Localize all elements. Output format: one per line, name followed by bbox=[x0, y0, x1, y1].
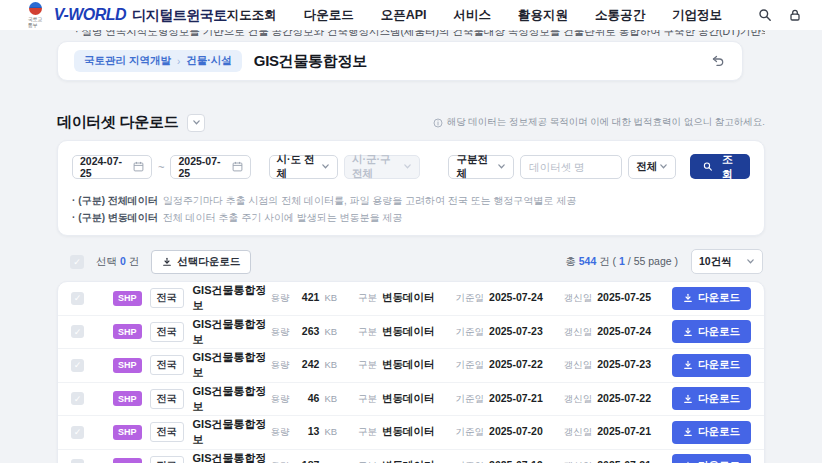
format-badge: SHP bbox=[113, 458, 142, 463]
nav-item-download[interactable]: 다운로드 bbox=[304, 7, 354, 24]
download-icon bbox=[683, 293, 693, 303]
ministry-logo[interactable]: 국토교통부 bbox=[28, 2, 44, 28]
sido-select[interactable]: 시·도 전체 bbox=[269, 155, 338, 179]
lock-icon[interactable] bbox=[788, 8, 802, 22]
dataset-title: GIS건물통합정보 bbox=[193, 283, 271, 313]
dataset-name-input[interactable] bbox=[520, 155, 622, 179]
breadcrumb[interactable]: 국토관리 지역개발 › 건물·시설 bbox=[74, 50, 242, 72]
type-cell: 구분변동데이터 bbox=[358, 392, 435, 406]
undo-arrow-icon bbox=[710, 53, 726, 69]
type-label: 구분 bbox=[358, 359, 377, 372]
chevron-down-icon bbox=[403, 162, 412, 171]
download-button[interactable]: 다운로드 bbox=[672, 387, 751, 410]
base-date-cell: 기준일2025-07-22 bbox=[456, 358, 543, 372]
update-date-label: 갱신일 bbox=[564, 292, 593, 305]
region-badge: 전국 bbox=[150, 422, 184, 442]
row-checkbox[interactable]: ✓ bbox=[71, 325, 84, 338]
download-button[interactable]: 다운로드 bbox=[672, 454, 751, 463]
chevron-down-icon bbox=[497, 162, 506, 171]
row-checkbox[interactable]: ✓ bbox=[71, 392, 84, 405]
nav-item-community[interactable]: 소통공간 bbox=[595, 7, 645, 24]
download-label: 다운로드 bbox=[698, 358, 740, 372]
bullet: · bbox=[72, 212, 75, 223]
date-from-input[interactable]: 2024-07-25 bbox=[72, 155, 152, 179]
update-date-label: 갱신일 bbox=[564, 393, 593, 406]
download-icon bbox=[683, 427, 693, 437]
update-date-value: 2025-07-25 bbox=[597, 291, 651, 303]
check-icon: ✓ bbox=[74, 293, 82, 303]
update-date-cell: 갱신일2025-07-24 bbox=[564, 325, 651, 339]
breadcrumb-card: 국토관리 지역개발 › 건물·시설 GIS건물통합정보 bbox=[57, 41, 743, 81]
check-icon: ✓ bbox=[74, 360, 82, 370]
format-badge: SHP bbox=[113, 425, 142, 440]
nav-item-services[interactable]: 서비스 bbox=[454, 7, 492, 24]
dataset-title: GIS건물통합정보 bbox=[193, 384, 271, 414]
collapse-section-button[interactable] bbox=[187, 114, 205, 132]
data-type-select[interactable]: 구분전체 bbox=[448, 155, 514, 179]
breadcrumb-subcategory[interactable]: 건물·시설 bbox=[186, 54, 232, 68]
nav-item-support[interactable]: 활용지원 bbox=[518, 7, 568, 24]
download-label: 다운로드 bbox=[698, 291, 740, 305]
nav-item-business-info[interactable]: 기업정보 bbox=[672, 7, 722, 24]
update-date-cell: 갱신일2025-07-21 bbox=[564, 459, 651, 463]
date-to-input[interactable]: 2025-07-25 bbox=[170, 155, 250, 179]
region-badge: 전국 bbox=[150, 322, 184, 342]
legal-notice-text: 해당 데이터는 정보제공 목적이며 이에 대한 법적효력이 없으니 참고하세요. bbox=[447, 116, 765, 129]
search-icon[interactable] bbox=[758, 8, 772, 22]
base-date-value: 2025-07-24 bbox=[489, 291, 543, 303]
brand-suffix: 디지털트윈국토 bbox=[132, 7, 227, 25]
nav-item-map-search[interactable]: 지도조회 bbox=[227, 7, 277, 24]
search-button[interactable]: 조회 bbox=[690, 154, 750, 179]
base-date-cell: 기준일2025-07-23 bbox=[456, 325, 543, 339]
base-date-value: 2025-07-20 bbox=[489, 425, 543, 437]
nav-item-open-api[interactable]: 오픈API bbox=[381, 7, 427, 24]
base-date-value: 2025-07-19 bbox=[489, 459, 543, 463]
type-label: 구분 bbox=[358, 292, 377, 305]
data-type-select-value: 구분전체 bbox=[456, 153, 497, 181]
type-label: 구분 bbox=[358, 393, 377, 406]
section-title: 데이터셋 다운로드 bbox=[57, 113, 178, 132]
size-value: 46 bbox=[294, 392, 319, 404]
selected-count-unit: 건 bbox=[129, 255, 140, 267]
format-select[interactable]: 전체 bbox=[628, 155, 676, 179]
search-icon bbox=[703, 161, 713, 172]
table-row: ✓ SHP 전국 GIS건물통합정보 용량187KB 구분변동데이터 기준일20… bbox=[58, 450, 764, 463]
page-size-select[interactable]: 10건씩 bbox=[691, 249, 763, 274]
format-badge: SHP bbox=[113, 358, 142, 373]
download-label: 다운로드 bbox=[698, 325, 740, 339]
region-badge: 전국 bbox=[150, 288, 184, 308]
pagination-summary: 총 544 건 ( 1 / 55 page ) bbox=[565, 255, 678, 269]
page-title: GIS건물통합정보 bbox=[254, 52, 367, 71]
type-value: 변동데이터 bbox=[382, 425, 435, 439]
size-cell: 용량187KB bbox=[270, 459, 337, 463]
table-row: ✓ SHP 전국 GIS건물통합정보 용량421KB 구분변동데이터 기준일20… bbox=[58, 282, 764, 316]
vworld-logo[interactable]: V-WORLD 디지털트윈국토 bbox=[54, 6, 227, 25]
note-full-data: ·(구분) 전체데이터일정주기마다 추출 시점의 전체 데이터를, 파일 용량을… bbox=[72, 192, 750, 209]
date-range-separator: ~ bbox=[158, 161, 164, 173]
select-all-checkbox[interactable]: ✓ bbox=[70, 255, 84, 269]
check-icon: ✓ bbox=[74, 327, 82, 337]
download-button[interactable]: 다운로드 bbox=[672, 320, 751, 343]
update-date-cell: 갱신일2025-07-21 bbox=[564, 425, 651, 439]
sigungu-select-value: 시·군·구 전체 bbox=[352, 153, 403, 181]
size-value: 187 bbox=[294, 459, 319, 463]
download-button[interactable]: 다운로드 bbox=[672, 287, 751, 310]
base-date-value: 2025-07-23 bbox=[489, 325, 543, 337]
row-checkbox[interactable]: ✓ bbox=[71, 426, 84, 439]
size-cell: 용량421KB bbox=[270, 291, 337, 305]
return-button[interactable] bbox=[710, 53, 726, 69]
download-label: 다운로드 bbox=[698, 392, 740, 406]
base-date-label: 기준일 bbox=[456, 292, 485, 305]
row-checkbox[interactable]: ✓ bbox=[71, 459, 84, 463]
size-unit: KB bbox=[324, 426, 337, 437]
bulk-download-button[interactable]: 선택다운로드 bbox=[151, 250, 251, 274]
row-checkbox[interactable]: ✓ bbox=[71, 292, 84, 305]
row-checkbox[interactable]: ✓ bbox=[71, 359, 84, 372]
size-label: 용량 bbox=[270, 359, 289, 372]
download-icon bbox=[683, 394, 693, 404]
download-button[interactable]: 다운로드 bbox=[672, 354, 751, 377]
download-button[interactable]: 다운로드 bbox=[672, 421, 751, 444]
size-unit: KB bbox=[324, 359, 337, 370]
breadcrumb-category[interactable]: 국토관리 지역개발 bbox=[84, 54, 171, 68]
sigungu-select-disabled[interactable]: 시·군·구 전체 bbox=[344, 155, 420, 179]
